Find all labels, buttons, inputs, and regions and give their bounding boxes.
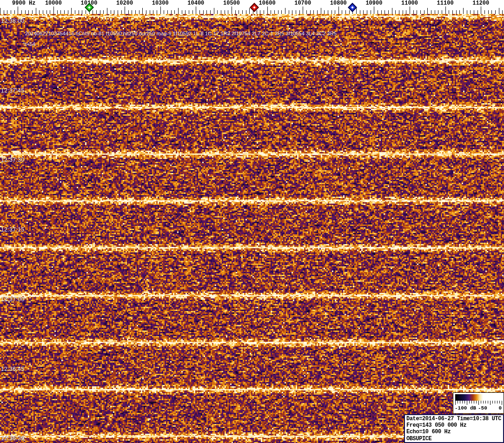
freq-tick	[118, 10, 118, 14]
freq-tick	[267, 7, 268, 14]
freq-tick	[157, 10, 157, 14]
freq-tick	[225, 10, 225, 14]
info-line: Freq=143 050 000 Hz	[406, 422, 502, 429]
freq-tick-label: 9900 Hz	[12, 0, 35, 7]
freq-tick	[481, 7, 481, 14]
freq-tick	[324, 10, 325, 14]
info-line: Echo=10 600 Hz	[406, 429, 502, 435]
freq-tick	[378, 10, 378, 14]
freq-tick	[160, 7, 161, 14]
freq-tick	[381, 10, 382, 14]
time-label: 12:36:30	[1, 435, 25, 442]
station-info-box: Date=2014-06-27 Time=10:38 UTCFreq=143 0…	[404, 414, 504, 443]
freq-tick	[356, 8, 357, 14]
freq-tick	[206, 10, 207, 14]
freq-tick	[395, 10, 396, 14]
freq-tick	[285, 8, 285, 14]
colorbar-tick	[467, 401, 467, 405]
freq-tick	[7, 10, 7, 14]
freq-tick	[260, 10, 260, 14]
freq-tick	[146, 10, 146, 14]
freq-tick	[228, 10, 228, 14]
freq-tick	[25, 10, 26, 14]
freq-tick	[75, 10, 75, 14]
freq-tick	[64, 10, 65, 14]
freq-tick	[82, 10, 82, 14]
time-label: 12:37:15	[1, 226, 25, 233]
colorbar-tick	[478, 401, 479, 405]
colorbar-tick	[460, 401, 460, 403]
freq-tick	[313, 10, 314, 14]
intensity-colorbar: -100 dB -50 0	[453, 392, 504, 414]
freq-tick	[374, 7, 374, 14]
freq-tick	[203, 10, 204, 14]
freq-tick	[467, 10, 467, 14]
freq-tick	[306, 10, 307, 14]
freq-marker-red[interactable]	[250, 3, 259, 12]
freq-tick	[221, 10, 221, 14]
freq-tick	[264, 10, 264, 14]
freq-tick	[128, 10, 129, 14]
freq-tick	[0, 8, 0, 14]
freq-tick	[281, 10, 282, 14]
colorbar-tick	[458, 401, 458, 403]
freq-tick	[488, 10, 489, 14]
freq-tick	[121, 10, 122, 14]
freq-tick	[111, 10, 111, 14]
freq-tick	[463, 8, 464, 14]
freq-tick	[321, 8, 321, 14]
freq-tick	[32, 10, 33, 14]
freq-tick	[174, 10, 175, 14]
freq-tick	[470, 10, 471, 14]
time-label: 12:37:00	[1, 296, 25, 303]
freq-tick	[189, 10, 189, 14]
freq-tick	[502, 10, 503, 14]
freq-tick	[214, 8, 214, 14]
freq-tick	[71, 8, 72, 14]
freq-tick	[456, 10, 457, 14]
freq-tick	[299, 10, 300, 14]
freq-tick	[406, 10, 406, 14]
freq-tick	[420, 10, 421, 14]
frequency-ruler: 9900 Hz100001010010200103001040010500106…	[0, 0, 504, 14]
freq-tick	[235, 10, 236, 14]
event-annotation-text: 20140627103754416 hCnt9 nb-81 f10590 hit…	[25, 31, 337, 36]
freq-tick	[427, 8, 428, 14]
freq-tick-label: 10800	[330, 0, 347, 7]
freq-tick	[182, 10, 182, 14]
freq-tick	[192, 10, 193, 14]
freq-tick	[43, 10, 43, 14]
freq-tick	[53, 7, 54, 14]
freq-tick	[36, 8, 36, 14]
time-label: 12:37:30	[1, 157, 25, 163]
freq-tick	[491, 10, 492, 14]
freq-tick	[57, 10, 58, 14]
freq-tick	[438, 10, 438, 14]
freq-tick	[139, 10, 139, 14]
freq-tick	[292, 10, 292, 14]
freq-tick	[28, 10, 29, 14]
freq-tick	[477, 10, 478, 14]
colorbar-gradient	[455, 394, 502, 401]
freq-tick-label: 11000	[401, 0, 418, 7]
freq-tick	[50, 10, 50, 14]
time-label: 12:38:00	[1, 18, 25, 24]
colorbar-tick	[485, 401, 486, 403]
freq-tick	[345, 10, 346, 14]
freq-tick	[385, 10, 385, 14]
freq-tick	[499, 8, 499, 14]
freq-tick	[403, 10, 403, 14]
freq-tick	[68, 10, 68, 14]
freq-tick	[452, 10, 453, 14]
colorbar-tick	[490, 401, 491, 405]
freq-tick	[93, 10, 93, 14]
spectrogram-canvas[interactable]	[0, 14, 504, 443]
colorbar-tick	[474, 401, 474, 403]
freq-marker-dot	[253, 6, 256, 9]
freq-tick	[399, 10, 399, 14]
freq-tick-label: 10300	[152, 0, 169, 7]
freq-tick	[363, 10, 364, 14]
freq-tick	[335, 10, 335, 14]
colorbar-tick	[469, 401, 470, 403]
freq-marker-dot	[88, 6, 91, 9]
